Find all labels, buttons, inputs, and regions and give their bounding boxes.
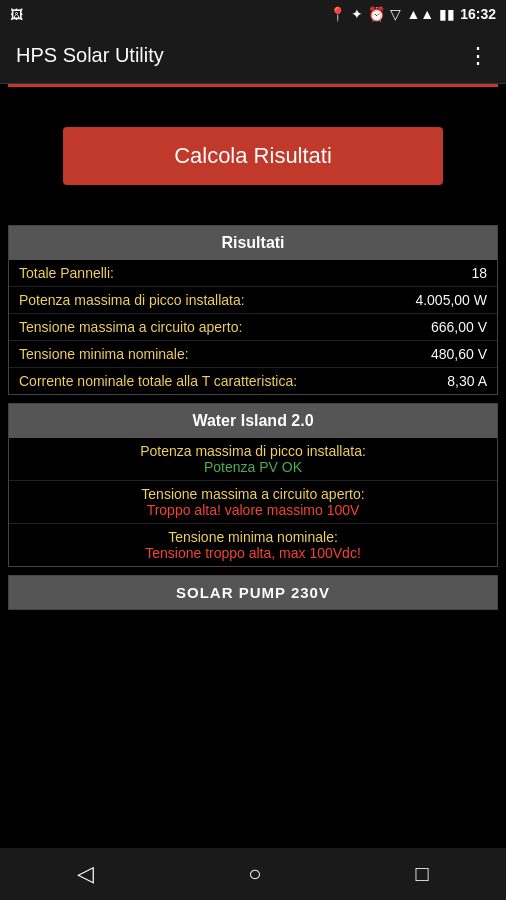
status-icons-right: 📍 ✦ ⏰ ▽ ▲▲ ▮▮ 16:32	[329, 6, 496, 22]
table-row: Potenza massima di picco installata: 4.0…	[9, 287, 497, 314]
water-island-header: Water Island 2.0	[9, 404, 497, 438]
solar-pump-header: SOLAR PUMP 230V	[9, 576, 497, 609]
row-value: 4.005,00 W	[387, 292, 487, 308]
photo-icon: 🖼	[10, 7, 23, 22]
water-row-3: Tensione minima nominale: Tensione tropp…	[9, 524, 497, 566]
water-value-3: Tensione troppo alta, max 100Vdc!	[19, 545, 487, 561]
recents-button[interactable]: □	[416, 861, 429, 887]
water-value-2: Troppo alta! valore massimo 100V	[19, 502, 487, 518]
table-row: Tensione minima nominale: 480,60 V	[9, 341, 497, 368]
solar-pump-section: SOLAR PUMP 230V	[8, 575, 498, 610]
signal-icon: ▲▲	[406, 6, 434, 22]
row-value: 666,00 V	[387, 319, 487, 335]
row-label: Tensione massima a circuito aperto:	[19, 319, 387, 335]
water-row-2: Tensione massima a circuito aperto: Trop…	[9, 481, 497, 524]
location-icon: 📍	[329, 6, 346, 22]
row-label: Corrente nominale totale alla T caratter…	[19, 373, 387, 389]
water-value-1: Potenza PV OK	[19, 459, 487, 475]
water-label-2: Tensione massima a circuito aperto:	[19, 486, 487, 502]
home-button[interactable]: ○	[248, 861, 261, 887]
button-area: Calcola Risultati	[0, 87, 506, 225]
water-island-section: Water Island 2.0 Potenza massima di picc…	[8, 403, 498, 567]
risultati-header: Risultati	[9, 226, 497, 260]
app-title: HPS Solar Utility	[16, 44, 164, 67]
row-value: 8,30 A	[387, 373, 487, 389]
water-row-1: Potenza massima di picco installata: Pot…	[9, 438, 497, 481]
row-value: 480,60 V	[387, 346, 487, 362]
table-row: Totale Pannelli: 18	[9, 260, 497, 287]
menu-button[interactable]: ⋮	[467, 43, 490, 69]
row-value: 18	[387, 265, 487, 281]
row-label: Tensione minima nominale:	[19, 346, 387, 362]
content-area: Calcola Risultati Risultati Totale Panne…	[0, 87, 506, 610]
alarm-icon: ⏰	[368, 6, 385, 22]
table-row: Tensione massima a circuito aperto: 666,…	[9, 314, 497, 341]
nav-bar: ◁ ○ □	[0, 848, 506, 900]
row-label: Totale Pannelli:	[19, 265, 387, 281]
table-row: Corrente nominale totale alla T caratter…	[9, 368, 497, 394]
water-label-1: Potenza massima di picco installata:	[19, 443, 487, 459]
row-label: Potenza massima di picco installata:	[19, 292, 387, 308]
status-time: 16:32	[460, 6, 496, 22]
app-bar: HPS Solar Utility ⋮	[0, 28, 506, 84]
status-icons-left: 🖼	[10, 7, 23, 22]
status-bar: 🖼 📍 ✦ ⏰ ▽ ▲▲ ▮▮ 16:32	[0, 0, 506, 28]
battery-icon: ▮▮	[439, 6, 455, 22]
back-button[interactable]: ◁	[77, 861, 94, 887]
bluetooth-icon: ✦	[351, 6, 363, 22]
wifi-icon: ▽	[390, 6, 401, 22]
water-label-3: Tensione minima nominale:	[19, 529, 487, 545]
risultati-section: Risultati Totale Pannelli: 18 Potenza ma…	[8, 225, 498, 395]
calc-button[interactable]: Calcola Risultati	[63, 127, 443, 185]
